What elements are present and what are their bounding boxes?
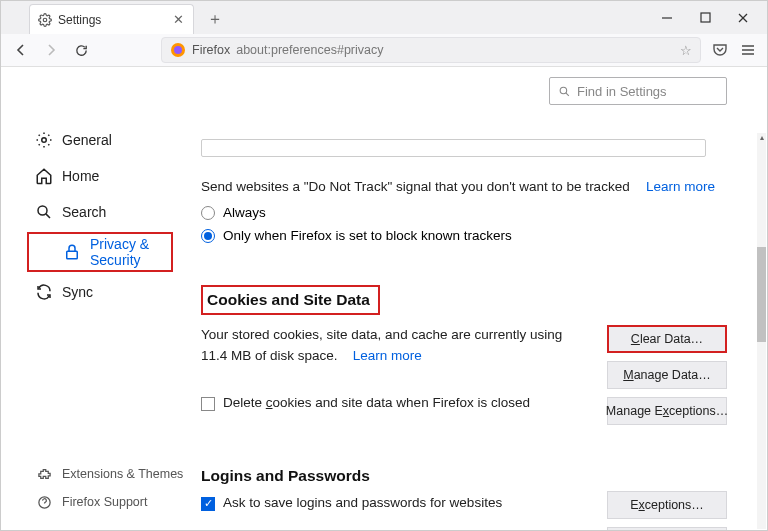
back-button[interactable] [11,40,31,60]
svg-point-11 [38,206,47,215]
checkbox-label: Ask to save logins and passwords for web… [223,493,502,514]
pocket-icon[interactable] [711,41,729,59]
close-window-button[interactable] [735,10,751,26]
search-icon [35,203,53,221]
puzzle-icon [35,465,53,483]
url-text: about:preferences#privacy [236,43,680,57]
hamburger-menu-icon[interactable] [739,41,757,59]
delete-on-close-checkbox[interactable]: Delete cookies and site data when Firefo… [201,393,587,414]
home-icon [35,167,53,185]
saved-logins-button[interactable]: Saved Logins… [607,527,727,530]
minimize-button[interactable] [659,10,675,26]
sidebar-item-extensions[interactable]: Extensions & Themes [1,460,191,488]
svg-line-12 [46,214,50,218]
url-brand: Firefox [192,43,230,57]
sidebar-label: Home [62,168,99,184]
checkbox-label: Delete cookies and site data when Firefo… [223,393,530,414]
window-controls [659,1,761,34]
sidebar-item-search[interactable]: Search [1,194,191,230]
content-area: General Home Search Privacy & Security S… [1,67,767,530]
firefox-icon [170,42,186,58]
tab-close-icon[interactable]: ✕ [171,12,185,27]
checkbox-label: Autofill logins and passwords [257,528,431,530]
truncated-input[interactable] [201,139,706,157]
dnt-only-radio[interactable]: Only when Firefox is set to block known … [201,228,727,243]
svg-point-15 [560,87,567,94]
sidebar-item-sync[interactable]: Sync [1,274,191,310]
window: Settings ✕ ＋ Firefox about:preferences#p… [0,0,768,531]
svg-rect-13 [67,251,78,259]
sidebar-label: General [62,132,112,148]
forward-button[interactable] [41,40,61,60]
svg-point-6 [174,46,182,54]
manage-exceptions-button[interactable]: Manage Exceptions… [607,397,727,425]
checkbox-icon [201,397,215,411]
svg-point-10 [42,138,47,143]
dnt-always-radio[interactable]: Always [201,205,727,220]
radio-label: Always [223,205,266,220]
autofill-logins-checkbox[interactable]: ✓ Autofill logins and passwords [235,528,587,530]
sidebar-item-general[interactable]: General [1,122,191,158]
sidebar-label: Sync [62,284,93,300]
scroll-up-icon[interactable]: ▴ [757,133,766,143]
manage-data-button[interactable]: Manage Data… [607,361,727,389]
logins-header: Logins and Passwords [201,467,727,485]
dnt-text: Send websites a "Do Not Track" signal th… [201,179,630,194]
ask-save-logins-checkbox[interactable]: ✓ Ask to save logins and passwords for w… [201,493,587,514]
bookmark-star-icon[interactable]: ☆ [680,43,692,58]
sidebar-item-support[interactable]: Firefox Support [1,488,191,516]
sidebar-label: Firefox Support [62,495,147,509]
search-icon [558,85,571,98]
search-placeholder: Find in Settings [577,84,667,99]
radio-icon [201,229,215,243]
dnt-learn-more-link[interactable]: Learn more [646,179,715,194]
main-panel: Find in Settings Send websites a "Do Not… [191,67,767,530]
maximize-button[interactable] [697,10,713,26]
radio-label: Only when Firefox is set to block known … [223,228,512,243]
address-bar[interactable]: Firefox about:preferences#privacy ☆ [161,37,701,63]
sync-icon [35,283,53,301]
svg-rect-2 [701,13,710,22]
cookies-learn-more-link[interactable]: Learn more [353,348,422,363]
new-tab-button[interactable]: ＋ [200,4,230,34]
sidebar-label: Extensions & Themes [62,467,183,481]
svg-line-16 [566,92,569,95]
toolbar: Firefox about:preferences#privacy ☆ [1,34,767,67]
help-icon [35,493,53,511]
cookies-header: Cookies and Site Data [201,285,380,315]
tab-label: Settings [58,13,171,27]
reload-button[interactable] [71,40,91,60]
lock-icon [63,243,81,261]
gear-icon [35,131,53,149]
exceptions-button[interactable]: Exceptions… [607,491,727,519]
gear-icon [38,13,52,27]
search-input[interactable]: Find in Settings [549,77,727,105]
sidebar-label: Privacy & Security [90,236,171,268]
sidebar-item-home[interactable]: Home [1,158,191,194]
scrollbar-thumb[interactable] [757,247,766,342]
checkbox-icon: ✓ [201,497,215,511]
svg-point-0 [43,18,47,22]
clear-data-button[interactable]: Clear Data… [607,325,727,353]
sidebar-item-privacy[interactable]: Privacy & Security [29,234,171,270]
radio-icon [201,206,215,220]
tab-settings[interactable]: Settings ✕ [29,4,194,34]
tab-strip: Settings ✕ ＋ [1,1,767,34]
sidebar-label: Search [62,204,106,220]
sidebar: General Home Search Privacy & Security S… [1,67,191,530]
